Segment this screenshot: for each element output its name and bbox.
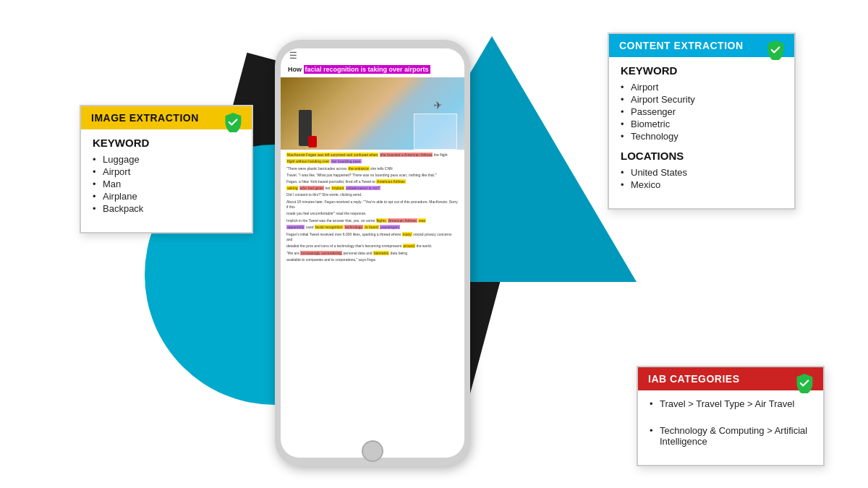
card-divider <box>650 417 812 424</box>
list-item: Luggage <box>93 153 240 166</box>
list-item: Travel > Travel Type > Air Travel <box>650 398 812 410</box>
content-extraction-locations-title: LOCATIONS <box>621 150 783 162</box>
list-item: Passenger <box>621 106 783 118</box>
content-extraction-locations-list: United States Mexico <box>621 166 783 191</box>
list-item: Backpack <box>93 202 240 215</box>
iab-category-list: Travel > Travel Type > Air Travel <box>650 398 812 410</box>
phone-menu-icon: ☰ <box>289 51 297 60</box>
image-extraction-keyword-list: Luggage Airport Man Airplane Backpack <box>93 153 240 215</box>
list-item: United States <box>621 166 783 179</box>
iab-category-list-2: Technology & Computing > Artificial Inte… <box>650 424 812 448</box>
phone-screen: ☰ How facial recognition is taking over … <box>281 48 464 458</box>
image-extraction-body: KEYWORD Luggage Airport Man Airplane Bac… <box>81 129 252 232</box>
shield-icon <box>223 112 243 132</box>
phone-outer: ☰ How facial recognition is taking over … <box>275 40 470 466</box>
list-item: Biometric <box>621 118 783 130</box>
list-item: Technology <box>621 130 783 142</box>
iab-categories-body: Travel > Travel Type > Air Travel Techno… <box>638 390 823 465</box>
phone-image-luggage <box>308 136 317 147</box>
list-item: Airport Security <box>621 93 783 106</box>
list-item: Man <box>93 178 240 190</box>
content-extraction-keyword-title: KEYWORD <box>621 64 783 77</box>
phone-home-button[interactable] <box>362 440 383 462</box>
image-extraction-keyword-title: KEYWORD <box>93 137 240 149</box>
iab-categories-card: IAB CATEGORIES Travel > Travel Type > Ai… <box>637 366 825 466</box>
list-item: Airplane <box>93 190 240 202</box>
list-item: Mexico <box>621 179 783 191</box>
content-extraction-card: CONTENT EXTRACTION KEYWORD Airport Airpo… <box>608 33 796 210</box>
phone-image-window <box>414 114 457 150</box>
phone-article-body: MacKenzie Fegan was left surprised and c… <box>281 150 464 267</box>
phone-article-highlight: facial recognition is taking over airpor… <box>304 65 430 74</box>
content-extraction-body: KEYWORD Airport Airport Security Passeng… <box>609 57 794 208</box>
shield-icon <box>794 373 814 393</box>
list-item: Airport <box>621 81 783 93</box>
phone-image-plane: ✈ <box>433 98 443 111</box>
phone-article-title: How facial recognition is taking over ai… <box>281 63 464 77</box>
content-extraction-keyword-list: Airport Airport Security Passenger Biome… <box>621 81 783 142</box>
list-item: Airport <box>93 166 240 178</box>
phone-status-bar: ☰ <box>281 48 464 63</box>
list-item: Technology & Computing > Artificial Inte… <box>650 424 812 448</box>
image-extraction-card: IMAGE EXTRACTION KEYWORD Luggage Airport… <box>80 105 253 234</box>
phone-article-image: ✈ <box>281 77 464 150</box>
shield-icon <box>765 40 786 60</box>
phone-container: ☰ How facial recognition is taking over … <box>275 40 470 466</box>
